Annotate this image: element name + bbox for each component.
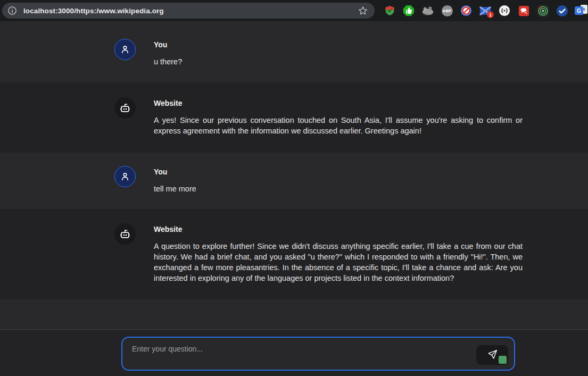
message-author: You	[154, 40, 523, 49]
extensions-row: ABP 1	[380, 0, 588, 21]
website-avatar	[114, 97, 136, 119]
bookmark-star-icon[interactable]	[358, 5, 368, 16]
grammar-extension-badge[interactable]	[499, 356, 507, 364]
chat-bottom-spacer	[0, 299, 588, 329]
paper-plane-icon	[487, 349, 498, 360]
extension-red-dragon-icon[interactable]	[514, 0, 533, 21]
robot-icon	[119, 102, 131, 114]
message-author: Website	[154, 99, 523, 107]
message-text: tell me more	[154, 183, 523, 194]
extension-frog-icon[interactable]	[418, 0, 437, 21]
extension-round-mono-icon[interactable]	[495, 0, 514, 21]
robot-icon	[119, 228, 131, 240]
extension-adblock-plus-icon[interactable]: ABP	[437, 0, 457, 21]
user-avatar	[114, 39, 136, 60]
extension-mail-flag-icon[interactable]: 1	[476, 0, 495, 21]
browser-toolbar: localhost:3000/https:/www.wikipedia.org	[0, 0, 588, 21]
user-avatar	[114, 166, 136, 187]
chat-message-user: You tell me more	[0, 153, 588, 209]
extension-thumbs-up-icon[interactable]	[399, 0, 418, 21]
question-input[interactable]	[122, 338, 514, 370]
extension-shield-check-icon[interactable]	[380, 0, 399, 21]
message-text: A yes! Since our previous conversation t…	[154, 115, 523, 136]
extension-radar-rings-icon[interactable]	[533, 0, 552, 21]
url-text[interactable]: localhost:3000/https:/www.wikipedia.org	[23, 7, 164, 15]
question-input-container	[121, 337, 515, 371]
message-text: A question to explore further! Since we …	[154, 241, 523, 283]
address-bar[interactable]: localhost:3000/https:/www.wikipedia.org	[2, 3, 375, 19]
extension-translate-icon[interactable]: A G	[572, 0, 588, 21]
extension-check-circle-icon[interactable]	[552, 0, 572, 21]
message-text: u there?	[154, 56, 523, 67]
composer-footer	[0, 329, 588, 376]
send-button[interactable]	[476, 345, 508, 365]
chat-message-user: You u there?	[0, 21, 588, 82]
person-icon	[119, 171, 131, 182]
mail-unread-badge: 1	[487, 11, 494, 18]
website-avatar	[114, 223, 136, 245]
person-icon	[119, 44, 131, 55]
translate-g-glyph: G	[575, 6, 583, 15]
message-author: Website	[154, 225, 523, 233]
adblock-plus-label: ABP	[442, 5, 453, 16]
page-info-icon[interactable]	[7, 6, 17, 15]
extension-blocked-sign-icon[interactable]	[457, 0, 476, 21]
chat-message-website: Website A yes! Since our previous conver…	[0, 82, 588, 153]
chat-message-website: Website A question to explore further! S…	[0, 209, 588, 299]
chat-message-list: You u there? Website A yes! Since our pr…	[0, 21, 588, 329]
message-author: You	[154, 168, 523, 176]
